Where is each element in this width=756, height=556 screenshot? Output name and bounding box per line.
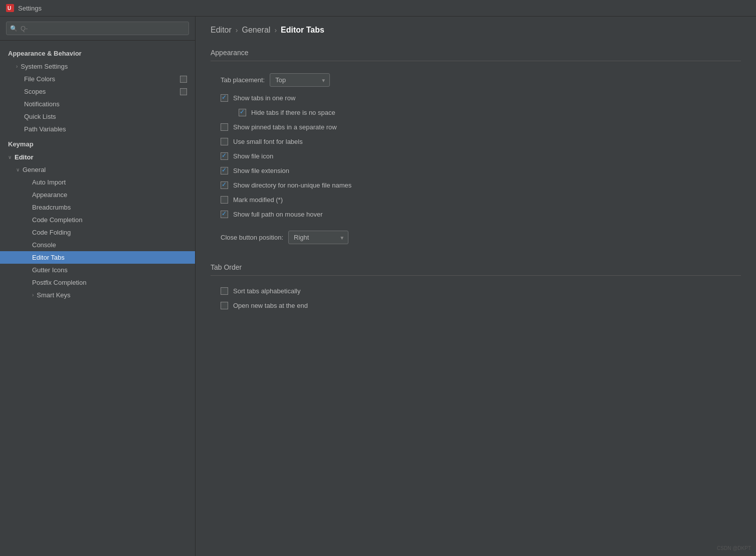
window-title: Settings: [18, 5, 42, 12]
watermark: CSDN @DKPT: [717, 545, 751, 551]
search-icon: 🔍: [10, 25, 18, 32]
content-area: Editor › General › Editor Tabs Appearanc…: [196, 17, 756, 556]
sidebar-item-notifications[interactable]: Notifications: [0, 98, 195, 110]
sidebar: 🔍 Appearance & Behavior › System Setting…: [0, 17, 196, 556]
mark-modified-row: Mark modified (*): [211, 193, 741, 207]
search-input[interactable]: [6, 22, 189, 35]
show-pinned-separate-checkbox[interactable]: [221, 123, 228, 131]
tab-placement-dropdown-wrapper: Top Bottom Left Right None ▼: [270, 73, 330, 87]
sidebar-item-label: Auto Import: [32, 178, 66, 186]
file-colors-icon: [180, 76, 187, 83]
use-small-font-checkbox[interactable]: [221, 138, 228, 145]
search-wrapper: 🔍: [6, 22, 189, 35]
show-full-path-hover-label[interactable]: Show full path on mouse hover: [221, 211, 323, 218]
sidebar-item-scopes[interactable]: Scopes: [0, 85, 195, 98]
sidebar-item-label: Code Completion: [32, 216, 82, 224]
sidebar-item-label: System Settings: [21, 63, 68, 70]
breadcrumb-sep-1: ›: [236, 26, 238, 34]
sidebar-item-code-folding[interactable]: Code Folding: [0, 226, 195, 239]
show-full-path-hover-checkbox[interactable]: [221, 211, 228, 218]
breadcrumb-editor-tabs: Editor Tabs: [281, 26, 324, 35]
breadcrumb-editor: Editor: [211, 26, 232, 35]
show-tabs-one-row-checkbox[interactable]: [221, 94, 228, 102]
sidebar-item-label: Editor: [15, 153, 34, 161]
show-file-extension-label[interactable]: Show file extension: [221, 167, 289, 174]
tab-placement-field: Tab placement: Top Bottom Left Right Non…: [211, 69, 741, 91]
sidebar-item-label: Scopes: [24, 88, 46, 95]
show-file-icon-label[interactable]: Show file icon: [221, 152, 273, 160]
sidebar-item-label: Smart Keys: [37, 291, 70, 299]
show-file-icon-row: Show file icon: [211, 149, 741, 163]
search-box: 🔍: [0, 17, 195, 41]
show-directory-non-unique-checkbox[interactable]: [221, 181, 228, 189]
close-button-position-dropdown-wrapper: Right Left None ▼: [288, 231, 348, 244]
chevron-right-icon: ›: [16, 64, 18, 69]
sidebar-item-system-settings[interactable]: › System Settings: [0, 60, 195, 73]
sidebar-item-label: Postfix Completion: [32, 279, 86, 286]
sort-tabs-alphabetically-row: Sort tabs alphabetically: [211, 284, 741, 298]
tab-order-section: Tab Order Sort tabs alphabetically Open …: [196, 258, 756, 323]
use-small-font-row: Use small font for labels: [211, 134, 741, 149]
sort-tabs-alphabetically-checkbox[interactable]: [221, 287, 228, 295]
sidebar-item-editor[interactable]: ∨ Editor: [0, 151, 195, 163]
svg-text:U: U: [8, 6, 11, 11]
sidebar-item-label: Editor Tabs: [32, 254, 65, 261]
section-header-keymap: Keymap: [0, 137, 195, 151]
sidebar-item-smart-keys[interactable]: › Smart Keys: [0, 289, 195, 301]
show-tabs-one-row-row: Show tabs in one row: [211, 91, 741, 105]
appearance-section-title: Appearance: [211, 49, 741, 61]
chevron-right-icon: ›: [32, 292, 34, 298]
tab-order-section-title: Tab Order: [211, 263, 741, 276]
show-pinned-separate-row: Show pinned tabs in a separate row: [211, 120, 741, 134]
sidebar-item-label: Appearance: [32, 191, 67, 199]
breadcrumb: Editor › General › Editor Tabs: [196, 17, 756, 44]
sidebar-item-breadcrumbs[interactable]: Breadcrumbs: [0, 201, 195, 214]
sidebar-item-label: Breadcrumbs: [32, 204, 71, 211]
breadcrumb-sep-2: ›: [274, 26, 277, 34]
show-tabs-one-row-label[interactable]: Show tabs in one row: [221, 94, 295, 102]
sidebar-item-postfix-completion[interactable]: Postfix Completion: [0, 276, 195, 289]
open-new-tabs-end-row: Open new tabs at the end: [211, 298, 741, 313]
sidebar-item-appearance[interactable]: Appearance: [0, 189, 195, 201]
show-file-icon-checkbox[interactable]: [221, 152, 228, 160]
sidebar-item-auto-import[interactable]: Auto Import: [0, 176, 195, 189]
sidebar-item-path-variables[interactable]: Path Variables: [0, 123, 195, 135]
sort-tabs-alphabetically-label[interactable]: Sort tabs alphabetically: [221, 287, 300, 295]
close-button-position-label: Close button position:: [221, 234, 283, 241]
mark-modified-checkbox[interactable]: [221, 196, 228, 204]
nav-tree: Appearance & Behavior › System Settings …: [0, 41, 195, 556]
show-directory-non-unique-label[interactable]: Show directory for non-unique file names: [221, 181, 351, 189]
hide-tabs-no-space-row: Hide tabs if there is no space: [211, 105, 741, 120]
sidebar-item-file-colors[interactable]: File Colors: [0, 73, 195, 85]
main-content: 🔍 Appearance & Behavior › System Setting…: [0, 17, 756, 556]
use-small-font-label[interactable]: Use small font for labels: [221, 138, 303, 145]
sidebar-item-quick-lists[interactable]: Quick Lists: [0, 110, 195, 123]
show-file-extension-checkbox[interactable]: [221, 167, 228, 174]
chevron-down-icon: ∨: [8, 154, 12, 160]
sidebar-item-general[interactable]: ∨ General: [0, 163, 195, 176]
sidebar-item-label: Gutter Icons: [32, 266, 68, 274]
open-new-tabs-end-label[interactable]: Open new tabs at the end: [221, 302, 308, 309]
sidebar-item-label: Code Folding: [32, 229, 71, 236]
close-button-position-select[interactable]: Right Left None: [288, 231, 348, 244]
sidebar-item-code-completion[interactable]: Code Completion: [0, 214, 195, 226]
hide-tabs-no-space-label[interactable]: Hide tabs if there is no space: [239, 109, 335, 116]
sidebar-item-console[interactable]: Console: [0, 239, 195, 251]
show-directory-non-unique-row: Show directory for non-unique file names: [211, 178, 741, 193]
hide-tabs-no-space-checkbox[interactable]: [239, 109, 246, 116]
sidebar-item-label: Quick Lists: [24, 113, 56, 120]
show-file-extension-row: Show file extension: [211, 163, 741, 178]
show-pinned-separate-label[interactable]: Show pinned tabs in a separate row: [221, 123, 337, 131]
scopes-icon: [180, 88, 187, 95]
mark-modified-label[interactable]: Mark modified (*): [221, 196, 283, 204]
sidebar-item-editor-tabs[interactable]: Editor Tabs: [0, 251, 195, 264]
tab-placement-select[interactable]: Top Bottom Left Right None: [270, 73, 330, 87]
sidebar-item-label: Console: [32, 241, 56, 249]
chevron-down-icon: ∨: [16, 167, 20, 172]
breadcrumb-general: General: [242, 26, 270, 35]
sidebar-item-gutter-icons[interactable]: Gutter Icons: [0, 264, 195, 276]
sidebar-item-label: General: [23, 166, 46, 173]
close-button-position-field: Close button position: Right Left None ▼: [211, 227, 741, 248]
open-new-tabs-end-checkbox[interactable]: [221, 302, 228, 309]
appearance-section: Appearance Tab placement: Top Bottom Lef…: [196, 44, 756, 258]
